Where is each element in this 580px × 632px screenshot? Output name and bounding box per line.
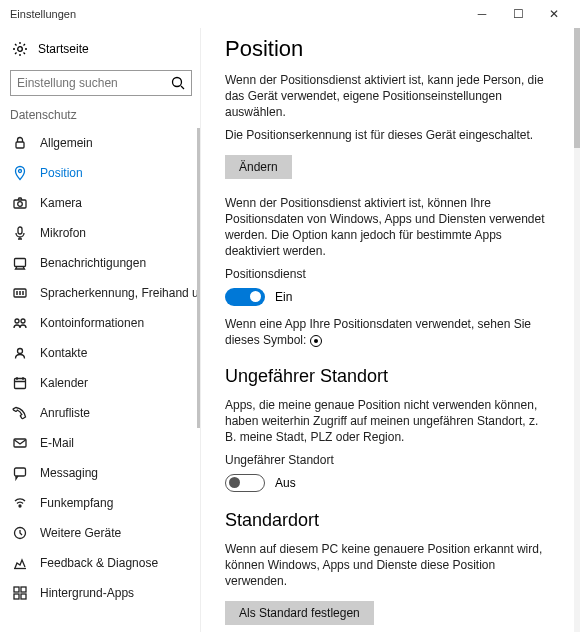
svg-rect-19 bbox=[14, 594, 19, 599]
approx-desc: Apps, die meine genaue Position nicht ve… bbox=[225, 397, 550, 446]
sidebar-item-messaging[interactable]: Messaging bbox=[8, 458, 200, 488]
nav-list: Allgemein Position Kamera Mikrofon Benac… bbox=[8, 128, 200, 632]
svg-point-15 bbox=[19, 505, 21, 507]
page-title: Position bbox=[225, 36, 550, 62]
radio-icon bbox=[12, 495, 28, 511]
svg-rect-2 bbox=[16, 142, 24, 148]
titlebar: Einstellungen ─ ☐ ✕ bbox=[0, 0, 580, 28]
maximize-button[interactable]: ☐ bbox=[500, 7, 536, 21]
service-label: Positionsdienst bbox=[225, 266, 550, 282]
sidebar-item-notifications[interactable]: Benachrichtigungen bbox=[8, 248, 200, 278]
lock-icon bbox=[12, 135, 28, 151]
approx-label: Ungefährer Standort bbox=[225, 452, 550, 468]
content: Position Wenn der Positionsdienst aktivi… bbox=[201, 28, 574, 632]
approx-heading: Ungefährer Standort bbox=[225, 366, 550, 387]
svg-rect-20 bbox=[21, 594, 26, 599]
camera-icon bbox=[12, 195, 28, 211]
home-link[interactable]: Startseite bbox=[8, 34, 200, 64]
symbol-text: Wenn eine App Ihre Positionsdaten verwen… bbox=[225, 316, 550, 348]
account-icon bbox=[12, 315, 28, 331]
microphone-icon bbox=[12, 225, 28, 241]
sidebar-item-devices[interactable]: Weitere Geräte bbox=[8, 518, 200, 548]
svg-rect-7 bbox=[15, 259, 26, 267]
home-label: Startseite bbox=[38, 42, 89, 56]
sidebar-item-contacts[interactable]: Kontakte bbox=[8, 338, 200, 368]
svg-point-10 bbox=[21, 319, 25, 323]
window-title: Einstellungen bbox=[10, 8, 76, 20]
sidebar-item-email[interactable]: E-Mail bbox=[8, 428, 200, 458]
svg-point-11 bbox=[18, 349, 23, 354]
messaging-icon bbox=[12, 465, 28, 481]
toggle-state: Ein bbox=[275, 290, 292, 304]
speech-icon bbox=[12, 285, 28, 301]
gear-icon bbox=[12, 41, 28, 57]
svg-rect-6 bbox=[18, 227, 22, 234]
svg-point-0 bbox=[18, 47, 23, 52]
sidebar: Startseite Datenschutz Allgemein Positio… bbox=[0, 28, 200, 632]
sidebar-item-calendar[interactable]: Kalender bbox=[8, 368, 200, 398]
default-desc: Wenn auf diesem PC keine genauere Positi… bbox=[225, 541, 550, 590]
sidebar-item-callhistory[interactable]: Anrufliste bbox=[8, 398, 200, 428]
content-scrollbar[interactable] bbox=[574, 28, 580, 632]
minimize-button[interactable]: ─ bbox=[464, 7, 500, 21]
default-heading: Standardort bbox=[225, 510, 550, 531]
apps-icon bbox=[12, 585, 28, 601]
service-desc: Wenn der Positionsdienst aktiviert ist, … bbox=[225, 195, 550, 260]
approx-location-toggle[interactable] bbox=[225, 474, 265, 492]
sidebar-item-speech[interactable]: Spracherkennung, Freihand und Eingab bbox=[8, 278, 200, 308]
svg-point-1 bbox=[173, 78, 182, 87]
set-default-button[interactable]: Als Standard festlegen bbox=[225, 601, 374, 625]
location-service-toggle[interactable] bbox=[225, 288, 265, 306]
search-input[interactable] bbox=[10, 70, 192, 96]
calendar-icon bbox=[12, 375, 28, 391]
sidebar-item-background[interactable]: Hintergrund-Apps bbox=[8, 578, 200, 608]
search-icon bbox=[170, 75, 186, 91]
contacts-icon bbox=[12, 345, 28, 361]
svg-rect-12 bbox=[15, 379, 26, 389]
section-header: Datenschutz bbox=[8, 106, 200, 128]
phone-icon bbox=[12, 405, 28, 421]
feedback-icon bbox=[12, 555, 28, 571]
notification-icon bbox=[12, 255, 28, 271]
sidebar-item-camera[interactable]: Kamera bbox=[8, 188, 200, 218]
devices-icon bbox=[12, 525, 28, 541]
location-icon bbox=[12, 165, 28, 181]
approx-state: Aus bbox=[275, 476, 296, 490]
sidebar-item-radio[interactable]: Funkempfang bbox=[8, 488, 200, 518]
svg-point-5 bbox=[18, 202, 23, 207]
mail-icon bbox=[12, 435, 28, 451]
svg-rect-17 bbox=[14, 587, 19, 592]
svg-rect-14 bbox=[15, 468, 26, 476]
close-button[interactable]: ✕ bbox=[536, 7, 572, 21]
sidebar-item-microphone[interactable]: Mikrofon bbox=[8, 218, 200, 248]
svg-rect-8 bbox=[14, 289, 26, 297]
location-usage-icon bbox=[310, 335, 322, 347]
sidebar-item-position[interactable]: Position bbox=[8, 158, 200, 188]
intro-text: Wenn der Positionsdienst aktiviert ist, … bbox=[225, 72, 550, 121]
svg-point-9 bbox=[15, 319, 19, 323]
sidebar-item-account[interactable]: Kontoinformationen bbox=[8, 308, 200, 338]
sidebar-item-feedback[interactable]: Feedback & Diagnose bbox=[8, 548, 200, 578]
svg-point-3 bbox=[19, 170, 22, 173]
sidebar-item-general[interactable]: Allgemein bbox=[8, 128, 200, 158]
change-button[interactable]: Ändern bbox=[225, 155, 292, 179]
device-status-text: Die Positionserkennung ist für dieses Ge… bbox=[225, 127, 550, 143]
svg-rect-18 bbox=[21, 587, 26, 592]
